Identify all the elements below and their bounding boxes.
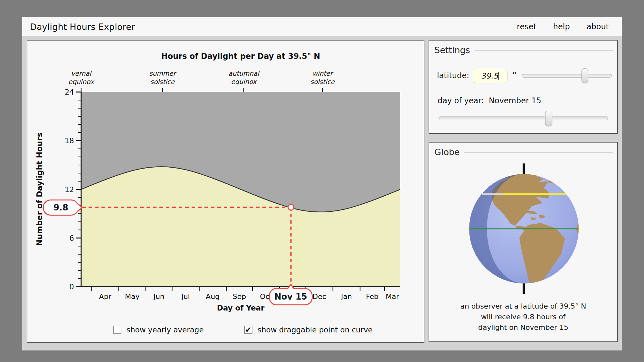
month-label: Aug [206,292,220,301]
caption-line-2: will receive 9.8 hours of [429,311,617,322]
latitude-value: 39.5 [481,71,498,80]
season-label: solstice [150,78,175,86]
menu: reset help about [517,22,609,31]
hours-value-badge: 9.8 [43,200,79,216]
month-label: Mar [386,292,399,301]
latitude-input[interactable]: 39.5 [473,69,507,83]
y-tick-label: 0 [69,283,74,291]
day-of-year-value: November 15 [489,96,541,105]
date-value-badge[interactable]: Nov 15 [269,288,313,305]
season-label: winter [312,70,334,77]
season-label: autumnal [228,70,260,77]
month-label: Jan [340,292,352,301]
season-label: equinox [231,78,257,86]
caption-line-3: daylight on November 15 [429,322,617,333]
settings-legend: Settings [434,45,613,55]
month-label: Apr [99,292,112,301]
latitude-slider-thumb[interactable] [582,68,588,83]
y-tick-label: 18 [65,136,74,145]
settings-panel: Settings latitude: 39.5 ° day of year: N… [429,40,618,134]
y-tick-label: 6 [69,234,74,242]
latitude-slider[interactable] [522,74,612,78]
day-of-year-slider-thumb[interactable] [545,111,552,126]
latitude-label: latitude: [437,71,469,80]
caption-line-1: an observer at a latitude of 39.5° N [429,301,617,311]
about-button[interactable]: about [587,22,609,31]
globe-caption: an observer at a latitude of 39.5° N wil… [429,301,617,333]
month-label: May [125,292,139,301]
y-tick-label: 24 [65,88,74,96]
chart-panel: Hours of Daylight per Day at 39.5° N Num… [27,40,424,343]
text-caret [498,72,499,80]
title-bar: Daylight Hours Explorer reset help about [22,17,622,36]
daylight-chart-svg: 06121824AprMayJunJulAugSepOctNovDecJanFe… [27,41,424,342]
month-label: Jul [181,292,190,301]
season-label: vernal [71,70,92,77]
draggable-point[interactable] [288,204,294,210]
app-title: Daylight Hours Explorer [30,22,135,32]
month-label: Jun [153,292,164,301]
reset-button[interactable]: reset [517,22,536,31]
help-button[interactable]: help [553,22,570,31]
globe-panel: Globe [429,142,618,342]
season-label: solstice [310,78,335,86]
legend-rule [475,50,613,51]
month-label: Feb [366,292,379,301]
season-label: equinox [68,78,95,86]
degree-symbol: ° [512,70,517,80]
month-label: Dec [313,292,327,301]
month-label: Sep [233,292,246,301]
app-window: Daylight Hours Explorer reset help about… [22,17,622,351]
season-label: summer [149,70,176,77]
day-of-year-slider[interactable] [439,116,608,120]
day-of-year-label: day of year: November 15 [438,96,541,105]
y-tick-label: 12 [65,185,74,194]
